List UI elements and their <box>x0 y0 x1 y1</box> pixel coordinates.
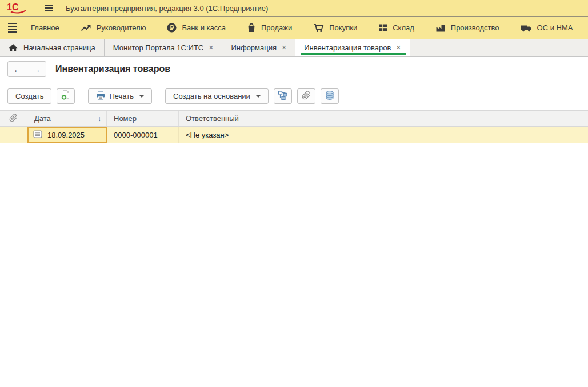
create-based-on-button[interactable]: Создать на основании <box>165 88 269 104</box>
sections-panel: Главное Руководителю Банк и касса Продаж… <box>0 17 588 39</box>
tab-informaciya[interactable]: Информация × <box>222 39 295 56</box>
header-attachments-column[interactable] <box>0 111 27 126</box>
section-pokupki[interactable]: Покупки <box>313 23 357 33</box>
section-label: Производство <box>451 23 499 32</box>
grid-icon <box>378 23 387 32</box>
create-based-on-label: Создать на основании <box>173 92 250 100</box>
header-date-column[interactable]: Дата ↓ <box>27 111 107 126</box>
section-prodazhi[interactable]: Продажи <box>247 23 292 33</box>
1c-logo-text: 1С <box>7 2 19 12</box>
history-nav: ← → <box>7 61 46 77</box>
create-button-label: Создать <box>15 92 43 100</box>
row-attachments-cell[interactable] <box>0 127 27 143</box>
tab-label: Информация <box>231 43 277 52</box>
sort-descending-icon: ↓ <box>98 115 101 123</box>
create-button[interactable]: Создать <box>7 88 51 104</box>
close-icon[interactable]: × <box>282 43 286 51</box>
section-proizvodstvo[interactable]: Производство <box>435 23 499 32</box>
printer-icon <box>96 91 105 102</box>
page-title: Инвентаризация товаров <box>55 64 170 74</box>
row-responsible-value: <Не указан> <box>186 131 229 139</box>
window-title-bar: 1С Бухгалтерия предприятия, редакция 3.0… <box>0 0 588 17</box>
print-button[interactable]: Печать <box>88 88 152 104</box>
tab-label: Монитор Портала 1С:ИТС <box>113 43 203 52</box>
truck-icon <box>521 24 532 32</box>
documents-table: Дата ↓ Номер Ответственный 18.09.2025 <box>0 110 588 143</box>
table-row[interactable]: 18.09.2025 0000-000001 <Не указан> <box>0 127 588 143</box>
header-number-column[interactable]: Номер <box>107 111 179 126</box>
attachments-button[interactable] <box>297 88 315 104</box>
section-label: Главное <box>31 23 59 32</box>
section-rukovoditelyu[interactable]: Руководителю <box>81 23 146 32</box>
factory-icon <box>435 23 446 32</box>
section-label: Покупки <box>329 23 357 32</box>
ruble-icon <box>167 23 177 33</box>
row-date-value: 18.09.2025 <box>47 131 85 139</box>
window-menu-icon[interactable] <box>45 5 53 11</box>
paperclip-icon <box>9 114 18 124</box>
row-date-cell-selected[interactable]: 18.09.2025 <box>27 127 107 143</box>
1c-logo: 1С <box>6 2 29 14</box>
section-os-i-nma[interactable]: ОС и НМА <box>521 23 573 32</box>
close-icon[interactable]: × <box>396 43 401 51</box>
print-button-label: Печать <box>109 92 134 100</box>
section-label: Банк и касса <box>182 23 226 32</box>
register-records-button[interactable] <box>321 88 339 104</box>
create-by-copy-button[interactable] <box>57 88 75 104</box>
close-icon[interactable]: × <box>209 43 213 51</box>
header-responsible-column[interactable]: Ответственный <box>179 111 588 126</box>
section-label: Руководителю <box>97 23 146 32</box>
document-icon <box>33 130 42 140</box>
bag-icon <box>247 23 256 33</box>
database-icon <box>326 91 334 102</box>
copy-document-icon <box>61 90 71 102</box>
tab-label: Начальная страница <box>23 43 95 52</box>
section-label: Склад <box>393 23 414 32</box>
section-bank-i-kassa[interactable]: Банк и касса <box>167 23 226 33</box>
cart-icon <box>313 23 324 33</box>
row-number-value: 0000-000001 <box>114 131 158 139</box>
row-responsible-cell[interactable]: <Не указан> <box>179 127 588 143</box>
header-number-label: Номер <box>114 114 137 123</box>
trend-icon <box>81 24 91 32</box>
dropdown-caret-icon <box>256 95 261 98</box>
dropdown-caret-icon <box>139 95 144 98</box>
section-glavnoe[interactable]: Главное <box>31 23 59 32</box>
paperclip-icon <box>302 91 311 102</box>
back-button[interactable]: ← <box>8 62 27 76</box>
header-date-label: Дата <box>34 114 51 123</box>
section-label: ОС и НМА <box>537 23 573 32</box>
section-sklad[interactable]: Склад <box>378 23 414 32</box>
forward-button[interactable]: → <box>27 62 46 76</box>
tab-home[interactable]: Начальная страница <box>0 39 105 56</box>
tab-label: Инвентаризация товаров <box>304 43 391 52</box>
document-list-page: ← → Инвентаризация товаров Создать <box>0 61 588 143</box>
related-documents-button[interactable] <box>274 88 292 104</box>
tab-monitor-portala[interactable]: Монитор Портала 1С:ИТС × <box>105 39 223 56</box>
list-toolbar: Создать Печать <box>7 88 588 104</box>
structure-icon <box>278 91 287 102</box>
tab-inventarizaciya-tovarov[interactable]: Инвентаризация товаров × <box>295 39 410 56</box>
row-number-cell[interactable]: 0000-000001 <box>107 127 179 143</box>
section-label: Продажи <box>261 23 292 32</box>
window-title: Бухгалтерия предприятия, редакция 3.0 (1… <box>66 4 268 13</box>
home-icon <box>9 43 18 52</box>
navigation-row: ← → Инвентаризация товаров <box>7 61 588 77</box>
main-menu-icon[interactable] <box>8 23 17 33</box>
header-responsible-label: Ответственный <box>186 114 239 123</box>
table-header: Дата ↓ Номер Ответственный <box>0 110 588 127</box>
open-windows-tabs: Начальная страница Монитор Портала 1С:ИТ… <box>0 39 588 57</box>
